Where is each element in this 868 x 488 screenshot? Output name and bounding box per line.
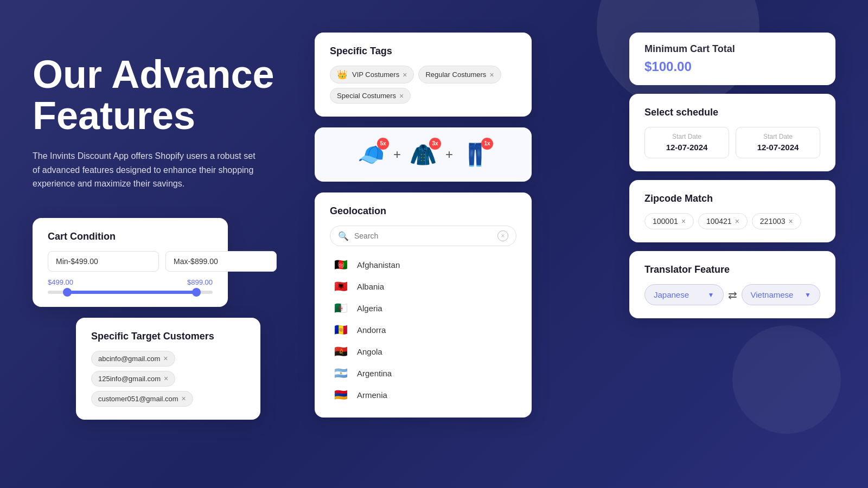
right-section: Minimum Cart Total $100.00 Select schedu… [629,22,835,318]
country-name-albania: Albania [357,282,384,291]
flag-armenia: 🇦🇲 [332,388,349,401]
zipcode-tag-3-text: 221003 [760,217,786,226]
hero-description: The Invints Discount App offers Shopify … [33,149,260,191]
min-cart-title: Minimum Cart Total [644,43,820,55]
start-date-label-2: Start Date [745,133,811,140]
min-input[interactable] [48,251,159,272]
email-tag-1-remove[interactable]: × [163,355,168,362]
product-badge-2: 3x [429,138,441,150]
products-card: 5x 🧢 + 3x 🧥 + 1x 👖 [315,127,532,182]
from-language-label: Japanese [654,290,689,299]
country-name-algeria: Algeria [357,304,382,313]
email-tag-1-text: abcinfo@gmail.com [98,355,160,363]
zipcode-tag-2-remove[interactable]: × [735,217,739,226]
min-value: $499.00 [48,278,73,286]
left-section: Our Advance Features The Invints Discoun… [33,22,293,420]
to-language-chevron: ▼ [805,291,811,299]
email-tag-3: customer051@gmail.com × [91,391,193,407]
slider-thumb-right[interactable] [192,288,201,297]
email-tag-3-remove[interactable]: × [182,395,186,402]
country-item-algeria[interactable]: 🇩🇿 Algeria [330,298,516,318]
zipcode-tag-list: 100001 × 100421 × 221003 × [644,213,820,229]
product-badge-1: 5x [377,138,389,150]
regular-tag-text: Regular Costumers [425,70,486,79]
country-item-afghanistan[interactable]: 🇦🇫 Afghanistan [330,255,516,274]
search-clear-button[interactable]: × [497,230,508,241]
flag-algeria: 🇩🇿 [332,301,349,314]
product-item-1: 5x 🧢 [358,142,385,168]
country-name-argentina: Argentina [357,369,392,378]
from-language-chevron: ▼ [708,291,714,299]
start-date-value-2: 12-07-2024 [757,143,799,152]
search-icon: 🔍 [338,231,349,241]
start-date-label-1: Start Date [654,133,720,140]
zipcode-tag-2-text: 100421 [706,217,732,226]
product-item-2: 3x 🧥 [410,142,437,168]
zipcode-tag-2: 100421 × [698,213,748,229]
flag-albania: 🇦🇱 [332,280,349,293]
range-values: $499.00 $899.00 [48,278,213,286]
product-badge-3: 1x [481,138,493,150]
email-tag-2-remove[interactable]: × [164,375,168,382]
to-language-select[interactable]: Vietnamese ▼ [742,284,821,305]
translator-title: Translator Feature [644,264,820,275]
from-language-select[interactable]: Japanese ▼ [644,284,724,305]
geolocation-card: Geolocation 🔍 × 🇦🇫 Afghanistan 🇦🇱 Albani… [315,192,532,418]
slider-track[interactable] [48,291,213,294]
slider-fill [67,291,196,294]
crown-icon: 👑 [337,69,348,80]
special-tag-remove[interactable]: × [399,92,404,100]
special-tag-text: Special Costumers [337,92,396,100]
flag-afghanistan: 🇦🇫 [332,258,349,271]
specific-tags-card: Specific Tags 👑 VIP Costumers × Regular … [315,33,532,117]
date-inputs: Start Date 12-07-2024 Start Date 12-07-2… [644,127,820,158]
vip-tag: 👑 VIP Costumers × [330,66,414,84]
country-name-angola: Angola [357,347,382,356]
country-item-andorra[interactable]: 🇦🇩 Andorra [330,320,516,339]
country-name-afghanistan: Afghanistan [357,260,400,269]
zipcode-tag-3: 221003 × [752,213,801,229]
zipcode-tag-1-text: 100001 [653,217,678,226]
email-tag-3-text: customer051@gmail.com [98,395,178,403]
regular-tag-remove[interactable]: × [489,71,494,79]
zipcode-tag-3-remove[interactable]: × [789,217,793,226]
email-tag-list: abcinfo@gmail.com × 125info@gmail.com × … [91,351,245,407]
email-tag-2-text: 125info@gmail.com [98,375,161,383]
translator-selects: Japanese ▼ ⇄ Vietnamese ▼ [644,284,820,305]
max-value: $899.00 [187,278,213,286]
target-customers-card: Specific Target Customers abcinfo@gmail.… [76,318,260,420]
slider-thumb-left[interactable] [63,288,72,297]
geolocation-search-input[interactable] [354,232,492,240]
country-name-armenia: Armenia [357,390,387,400]
cart-condition-card: Cart Condition $499.00 $899.00 [33,218,228,307]
geolocation-search-row: 🔍 × [330,226,516,246]
specific-tag-list: 👑 VIP Costumers × Regular Costumers × Sp… [330,66,516,104]
country-list: 🇦🇫 Afghanistan 🇦🇱 Albania 🇩🇿 Algeria 🇦🇩 … [330,255,516,404]
min-cart-price: $100.00 [644,59,820,74]
zipcode-card: Zipcode Match 100001 × 100421 × 221003 × [629,180,835,242]
country-name-andorra: Andorra [357,325,386,335]
email-tag-2: 125info@gmail.com × [91,371,175,387]
country-item-argentina[interactable]: 🇦🇷 Argentina [330,363,516,383]
country-item-angola[interactable]: 🇦🇴 Angola [330,342,516,361]
country-item-armenia[interactable]: 🇦🇲 Armenia [330,385,516,404]
specific-tags-title: Specific Tags [330,46,516,57]
target-customers-title: Specific Target Customers [91,331,245,342]
schedule-card: Select schedule Start Date 12-07-2024 St… [629,94,835,171]
plus-icon-2: + [445,147,453,162]
cart-condition-title: Cart Condition [48,231,213,242]
start-date-box-2[interactable]: Start Date 12-07-2024 [736,127,820,158]
flag-angola: 🇦🇴 [332,345,349,358]
vip-tag-remove[interactable]: × [403,71,407,79]
plus-icon-1: + [393,147,401,162]
country-item-albania[interactable]: 🇦🇱 Albania [330,277,516,296]
max-input[interactable] [165,251,277,272]
zipcode-tag-1: 100001 × [644,213,694,229]
special-tag: Special Costumers × [330,88,411,104]
zipcode-tag-1-remove[interactable]: × [681,217,686,226]
start-date-box-1[interactable]: Start Date 12-07-2024 [644,127,729,158]
flag-andorra: 🇦🇩 [332,323,349,336]
vip-tag-text: VIP Costumers [352,70,399,79]
range-inputs [48,251,213,272]
product-item-3: 1x 👖 [462,142,489,168]
